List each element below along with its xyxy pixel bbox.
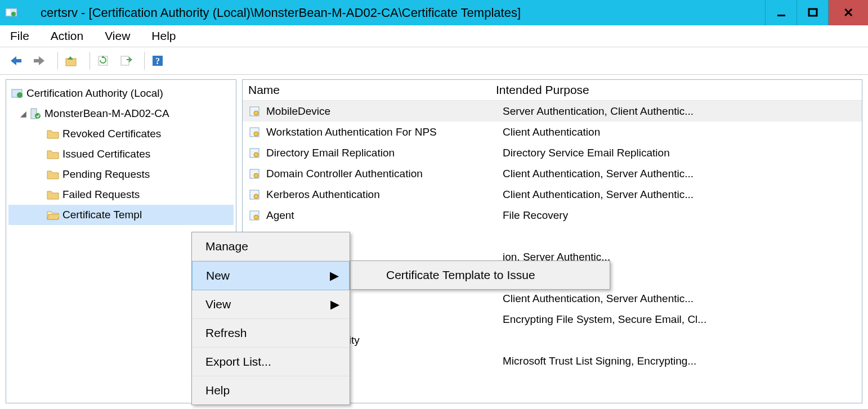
row-name: MobileDevice <box>266 105 503 118</box>
tree-label: Pending Requests <box>62 168 150 181</box>
tree-cert-templates[interactable]: Certificate Templ <box>8 205 234 225</box>
ctx-label: New <box>206 269 230 282</box>
svg-rect-6 <box>34 59 39 62</box>
close-button[interactable]: ✕ <box>828 0 868 25</box>
tree-ca-label: MonsterBean-M-AD02-CA <box>44 107 169 120</box>
ctx-label: Help <box>205 384 230 397</box>
svg-point-25 <box>254 194 258 199</box>
row-purpose: Client Authentication, Server Authentic.… <box>503 168 856 180</box>
context-menu: Manage New ▶ View ▶ Refresh Export List.… <box>191 232 350 405</box>
context-submenu: Certificate Template to Issue <box>350 260 610 290</box>
tree-root-label: Certification Authority (Local) <box>26 87 163 100</box>
row-purpose: Microsoft Trust List Signing, Encrypting… <box>503 355 856 367</box>
ctx-cert-template-to-issue[interactable]: Certificate Template to Issue <box>351 261 610 289</box>
cert-template-icon <box>248 105 261 118</box>
toolbar-separator <box>144 52 145 70</box>
template-row[interactable]: Directory Email ReplicationDirectory Ser… <box>243 142 862 163</box>
ctx-new[interactable]: New ▶ <box>192 261 350 290</box>
tree-ca-node[interactable]: ◢ MonsterBean-M-AD02-CA <box>8 104 234 124</box>
template-row[interactable]: Workstation Authentication For NPSClient… <box>243 122 862 142</box>
window-controls: ✕ <box>765 0 868 25</box>
row-purpose: Encrypting File System, Secure Email, Cl… <box>503 313 856 326</box>
svg-point-2 <box>11 12 16 16</box>
row-purpose: Directory Service Email Replication <box>503 147 856 159</box>
svg-point-21 <box>254 152 258 157</box>
folder-icon <box>47 188 59 201</box>
body-area: Certification Authority (Local) ◢ Monste… <box>0 74 868 409</box>
tree-issued[interactable]: Issued Certificates <box>8 144 234 164</box>
template-row[interactable]: Domain Controller AuthenticationClient A… <box>243 163 862 184</box>
svg-point-23 <box>254 173 258 178</box>
svg-point-27 <box>254 215 258 219</box>
ctx-label: Certificate Template to Issue <box>386 268 535 282</box>
ca-server-icon <box>29 107 41 120</box>
menu-action[interactable]: Action <box>51 29 83 43</box>
row-name: Directory Email Replication <box>266 147 503 159</box>
template-row[interactable]: Kerberos AuthenticationClient Authentica… <box>243 184 862 205</box>
svg-point-17 <box>254 111 258 115</box>
ctx-help[interactable]: Help <box>192 376 350 404</box>
tree-failed[interactable]: Failed Requests <box>8 185 234 205</box>
export-list-button[interactable] <box>117 52 134 69</box>
window-title: certsrv - [Certification Authority (Loca… <box>41 6 521 20</box>
title-bar: certsrv - [Certification Authority (Loca… <box>0 0 868 25</box>
tree-label: Certificate Templ <box>62 209 142 221</box>
ctx-label: Manage <box>205 240 248 253</box>
menu-file[interactable]: File <box>10 29 29 43</box>
svg-rect-1 <box>7 10 10 15</box>
ctx-label: View <box>205 298 231 311</box>
cert-template-icon <box>248 168 261 180</box>
menu-bar: File Action View Help <box>0 25 868 47</box>
row-name: Domain Controller Authentication <box>266 168 503 180</box>
svg-point-19 <box>254 132 258 136</box>
row-name: Workstation Authentication For NPS <box>266 126 503 138</box>
toolbar-separator <box>90 52 90 70</box>
column-name[interactable]: Name <box>248 83 496 97</box>
cert-template-icon <box>248 209 261 222</box>
ctx-view[interactable]: View ▶ <box>192 290 350 319</box>
back-button[interactable] <box>8 52 25 69</box>
app-icon <box>5 6 18 20</box>
row-purpose: File Recovery <box>503 209 856 222</box>
minimize-button[interactable] <box>765 0 797 25</box>
column-purpose[interactable]: Intended Purpose <box>496 83 589 97</box>
tree-label: Revoked Certificates <box>62 128 161 140</box>
maximize-button[interactable] <box>797 0 828 25</box>
tree-label: Failed Requests <box>62 188 140 201</box>
refresh-button[interactable] <box>95 52 111 69</box>
svg-point-15 <box>35 113 41 119</box>
forward-button[interactable] <box>30 52 47 69</box>
ctx-manage[interactable]: Manage <box>192 232 350 261</box>
tree-revoked[interactable]: Revoked Certificates <box>8 124 234 144</box>
tree-pending[interactable]: Pending Requests <box>8 164 234 185</box>
svg-rect-5 <box>16 59 21 62</box>
cert-template-icon <box>248 147 261 159</box>
column-headers: Name Intended Purpose <box>243 80 862 101</box>
tree-root[interactable]: Certification Authority (Local) <box>8 83 234 104</box>
template-row[interactable]: AgentFile Recovery <box>243 205 862 226</box>
ca-root-icon <box>11 87 23 100</box>
menu-view[interactable]: View <box>105 29 130 43</box>
cert-template-icon <box>248 188 261 201</box>
folder-icon <box>47 148 59 160</box>
row-purpose: Client Authentication <box>503 126 856 138</box>
ctx-refresh[interactable]: Refresh <box>192 319 350 348</box>
row-purpose: Client Authentication, Server Authentic.… <box>503 188 856 201</box>
svg-rect-9 <box>121 56 129 65</box>
row-name: Agent <box>266 209 503 222</box>
up-button[interactable] <box>62 52 79 69</box>
submenu-arrow-icon: ▶ <box>330 298 339 311</box>
row-purpose: Server Authentication, Client Authentic.… <box>503 105 856 118</box>
template-row[interactable]: MobileDeviceServer Authentication, Clien… <box>243 101 862 122</box>
svg-rect-4 <box>809 9 817 16</box>
ctx-export[interactable]: Export List... <box>192 348 350 376</box>
tree-label: Issued Certificates <box>62 148 150 160</box>
help-button[interactable]: ? <box>149 52 166 69</box>
folder-icon <box>47 128 59 140</box>
collapse-icon[interactable]: ◢ <box>19 109 28 118</box>
menu-help[interactable]: Help <box>151 29 176 43</box>
svg-rect-3 <box>777 15 785 16</box>
ctx-label: Export List... <box>205 355 271 368</box>
svg-text:?: ? <box>155 56 160 66</box>
toolbar-separator <box>57 52 58 70</box>
